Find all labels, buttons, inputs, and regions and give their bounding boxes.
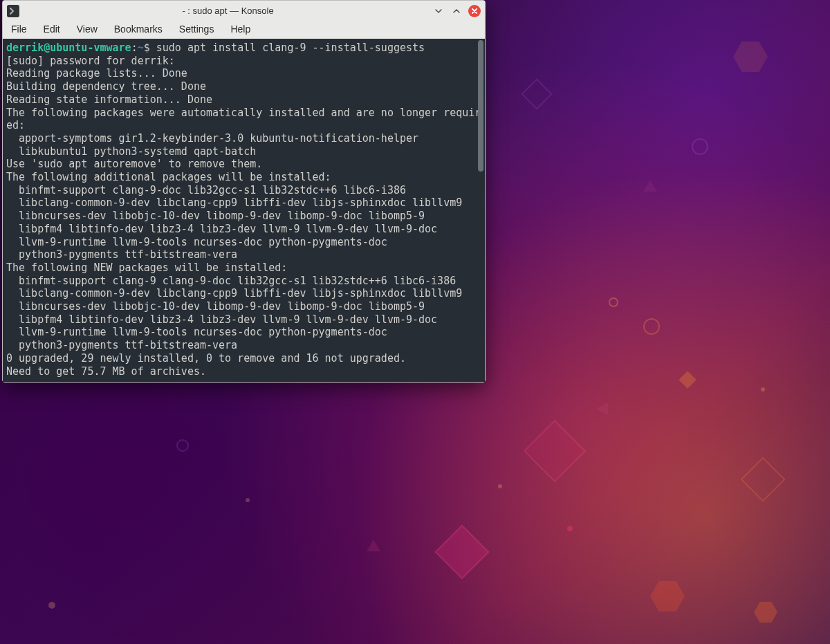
menu-edit[interactable]: Edit <box>44 24 60 35</box>
menu-bookmarks[interactable]: Bookmarks <box>114 24 163 35</box>
menu-file[interactable]: File <box>11 24 27 35</box>
menu-view[interactable]: View <box>77 24 98 35</box>
window-title: - : sudo apt — Konsole <box>24 6 432 16</box>
maximize-button[interactable] <box>450 5 463 17</box>
close-button[interactable] <box>468 5 481 17</box>
terminal-icon <box>7 5 19 17</box>
scrollbar-thumb[interactable] <box>478 40 483 172</box>
titlebar[interactable]: - : sudo apt — Konsole <box>3 1 485 21</box>
menu-settings[interactable]: Settings <box>179 24 214 35</box>
konsole-window: - : sudo apt — Konsole File Edit View Bo… <box>2 0 486 383</box>
menubar: File Edit View Bookmarks Settings Help <box>3 21 485 39</box>
minimize-button[interactable] <box>432 5 445 17</box>
terminal-output[interactable]: derrik@ubuntu-vmware:~$ sudo apt install… <box>3 39 485 382</box>
menu-help[interactable]: Help <box>230 24 250 35</box>
